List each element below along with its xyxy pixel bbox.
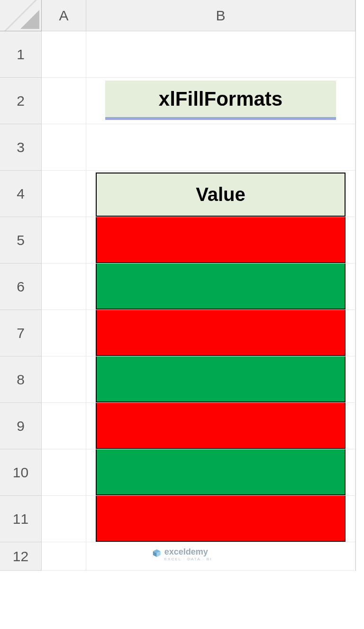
- cell-c11-edge: [355, 496, 364, 542]
- cell-c8-edge: [355, 356, 364, 403]
- table-header-value: Value: [96, 173, 346, 217]
- row-header-12[interactable]: 12: [0, 542, 42, 571]
- cell-a6[interactable]: [42, 264, 86, 310]
- title-cell: xlFillFormats: [105, 81, 336, 120]
- cell-a11[interactable]: [42, 496, 86, 542]
- cell-a8[interactable]: [42, 356, 86, 403]
- cell-a9[interactable]: [42, 403, 86, 449]
- row-header-4[interactable]: 4: [0, 171, 42, 217]
- cell-c6-edge: [355, 264, 364, 310]
- column-header-b[interactable]: B: [86, 0, 355, 31]
- cell-a1[interactable]: [42, 31, 86, 78]
- cell-c12-edge: [355, 542, 364, 571]
- cell-b12[interactable]: [86, 542, 355, 571]
- cell-b6[interactable]: [86, 264, 355, 310]
- cell-c9-edge: [355, 403, 364, 449]
- cell-a5[interactable]: [42, 217, 86, 264]
- column-header-a[interactable]: A: [42, 0, 86, 31]
- watermark: exceldemy EXCEL · DATA · BI: [152, 547, 212, 561]
- column-header-c-edge: [355, 0, 364, 31]
- cell-c10-edge: [355, 449, 364, 496]
- row-header-2[interactable]: 2: [0, 78, 42, 124]
- select-all-triangle-icon: [20, 10, 39, 29]
- cell-b1[interactable]: [86, 31, 355, 78]
- cell-b11[interactable]: [86, 496, 355, 542]
- cell-a7[interactable]: [42, 310, 86, 356]
- cube-icon: [152, 548, 162, 560]
- cell-b3[interactable]: [86, 124, 355, 171]
- row-header-1[interactable]: 1: [0, 31, 42, 78]
- row-header-9[interactable]: 9: [0, 403, 42, 449]
- svg-marker-0: [20, 10, 39, 29]
- cell-b8[interactable]: [86, 356, 355, 403]
- cell-b7[interactable]: [86, 310, 355, 356]
- table-row: [96, 496, 346, 542]
- cell-b2[interactable]: xlFillFormats: [86, 78, 355, 124]
- row-header-7[interactable]: 7: [0, 310, 42, 356]
- cell-a10[interactable]: [42, 449, 86, 496]
- row-header-10[interactable]: 10: [0, 449, 42, 496]
- cell-b4[interactable]: Value: [86, 171, 355, 217]
- cell-a3[interactable]: [42, 124, 86, 171]
- table-row: [96, 217, 346, 263]
- cell-a12[interactable]: [42, 542, 86, 571]
- select-all-corner[interactable]: [0, 0, 42, 31]
- cell-c2-edge: [355, 78, 364, 124]
- cell-b10[interactable]: [86, 449, 355, 496]
- row-header-3[interactable]: 3: [0, 124, 42, 171]
- cell-c3-edge: [355, 124, 364, 171]
- cell-c4-edge: [355, 171, 364, 217]
- table-row: [96, 264, 346, 310]
- cell-b9[interactable]: [86, 403, 355, 449]
- cell-b5[interactable]: [86, 217, 355, 264]
- row-header-11[interactable]: 11: [0, 496, 42, 542]
- watermark-tag: EXCEL · DATA · BI: [164, 557, 212, 561]
- table-row: [96, 310, 346, 356]
- row-header-8[interactable]: 8: [0, 356, 42, 403]
- table-row: [96, 403, 346, 449]
- cell-a4[interactable]: [42, 171, 86, 217]
- cell-a2[interactable]: [42, 78, 86, 124]
- row-header-6[interactable]: 6: [0, 264, 42, 310]
- row-header-5[interactable]: 5: [0, 217, 42, 264]
- cell-c1-edge: [355, 31, 364, 78]
- table-row: [96, 356, 346, 402]
- cell-c7-edge: [355, 310, 364, 356]
- table-row: [96, 449, 346, 495]
- cell-c5-edge: [355, 217, 364, 264]
- spreadsheet-grid: A B 1 2 xlFillFormats 3 4 Value 5 6 7 8 …: [0, 0, 364, 571]
- watermark-name: exceldemy: [164, 547, 208, 556]
